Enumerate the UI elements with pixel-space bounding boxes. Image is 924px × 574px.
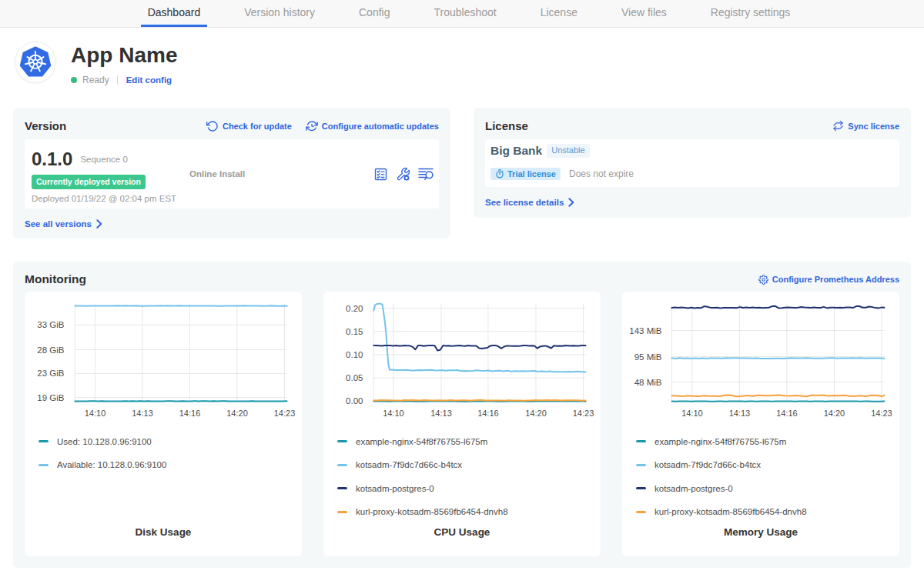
svg-text:19 GiB: 19 GiB	[37, 393, 64, 402]
svg-text:14:13: 14:13	[132, 409, 153, 418]
svg-text:14:23: 14:23	[274, 409, 296, 418]
svg-text:14:16: 14:16	[179, 409, 201, 418]
svg-text:33 GiB: 33 GiB	[37, 320, 64, 329]
svg-text:0.00: 0.00	[346, 396, 363, 405]
svg-text:14:20: 14:20	[824, 409, 845, 418]
svg-text:48 MiB: 48 MiB	[634, 378, 662, 387]
svg-text:14:10: 14:10	[85, 409, 106, 418]
svg-text:14:20: 14:20	[525, 409, 547, 418]
svg-text:14:20: 14:20	[226, 409, 248, 418]
svg-text:23 GiB: 23 GiB	[37, 369, 64, 378]
svg-text:28 GiB: 28 GiB	[37, 345, 64, 355]
svg-text:14:16: 14:16	[477, 409, 499, 418]
svg-text:14:23: 14:23	[573, 409, 594, 418]
svg-text:14:10: 14:10	[383, 409, 404, 418]
svg-text:0.05: 0.05	[346, 373, 363, 382]
svg-text:14:10: 14:10	[681, 409, 703, 418]
svg-text:14:23: 14:23	[871, 409, 892, 418]
svg-text:95 MiB: 95 MiB	[634, 352, 662, 362]
svg-text:14:13: 14:13	[430, 409, 452, 418]
svg-text:0.15: 0.15	[346, 327, 363, 336]
svg-text:143 MiB: 143 MiB	[629, 326, 662, 335]
svg-text:0.10: 0.10	[346, 350, 363, 359]
svg-text:14:13: 14:13	[729, 409, 751, 418]
svg-text:0.20: 0.20	[346, 304, 363, 313]
svg-text:14:16: 14:16	[776, 409, 798, 418]
